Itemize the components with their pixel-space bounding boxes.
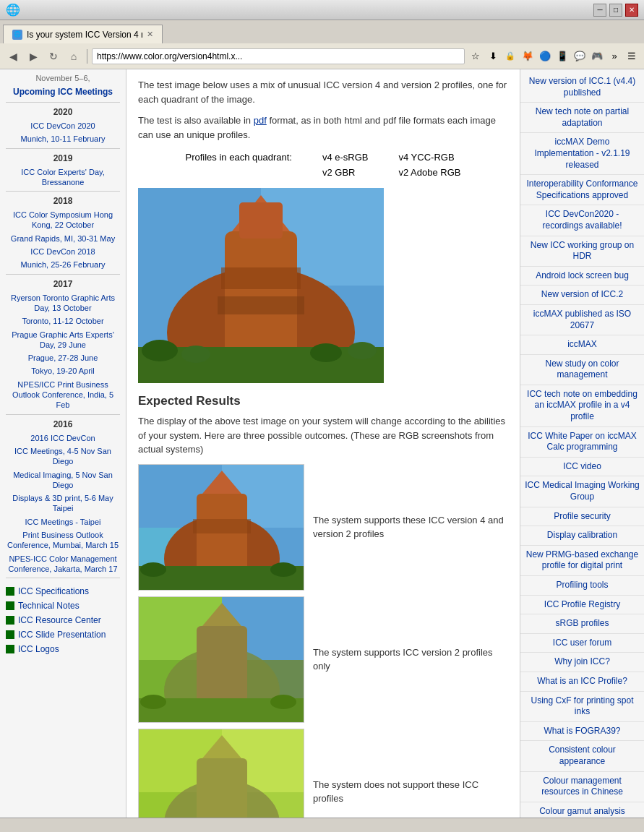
back-button[interactable]: ◀ (4, 48, 22, 65)
active-tab[interactable]: 🌐 Is your system ICC Version 4 read... ✕ (3, 25, 163, 43)
extension-icon-5[interactable]: 💬 (572, 48, 588, 64)
main-test-image (138, 188, 508, 385)
right-link-tech-note-partial[interactable]: New tech note on partial adaptation (520, 103, 644, 133)
event-ryerson[interactable]: Ryerson Toronto Graphic Arts Day, 13 Oct… (0, 291, 126, 315)
home-button[interactable]: ⌂ (65, 48, 82, 65)
intro-paragraph-1: The test image below uses a mix of unusu… (138, 78, 508, 106)
event-devcon-2018[interactable]: ICC DevCon 2018 (0, 245, 126, 258)
right-link-user-forum[interactable]: ICC user forum (520, 634, 644, 653)
extension-icon-4[interactable]: 📱 (554, 48, 570, 64)
download-icon[interactable]: ⬇ (485, 48, 501, 64)
svg-rect-41 (197, 758, 247, 818)
right-link-profile-registry[interactable]: ICC Profile Registry (520, 596, 644, 615)
event-toronto[interactable]: Toronto, 11-12 October (0, 314, 126, 327)
right-link-tech-note-embed[interactable]: ICC tech note on embedding an iccMAX pro… (520, 385, 644, 427)
event-icc-sandiego[interactable]: ICC Meetings, 4-5 Nov San Diego (0, 445, 126, 468)
profile-v2-gbr: v2 GBR (308, 166, 383, 179)
year-2017: 2017 (0, 277, 126, 291)
tab-bar: 🌐 Is your system ICC Version 4 read... ✕ (0, 20, 644, 43)
right-link-colour-appearance[interactable]: Consistent colour appearance (520, 741, 644, 771)
right-link-srgb[interactable]: sRGB profiles (520, 614, 644, 634)
event-medical-sandiego[interactable]: Medical Imaging, 5 Nov San Diego (0, 468, 126, 492)
icc-logos-link[interactable]: ICC Logos (0, 642, 126, 656)
right-link-white-paper[interactable]: ICC White Paper on iccMAX Calc programmi… (520, 427, 644, 458)
right-link-why-join[interactable]: Why join ICC? (520, 653, 644, 672)
event-icc-color-experts-2019[interactable]: ICC Color Experts' Day, Bressanone (0, 166, 126, 189)
maximize-button[interactable]: □ (609, 4, 622, 17)
extension-icon-6[interactable]: 🎮 (589, 48, 605, 64)
event-print-mumbai[interactable]: Print Business Outlook Conference, Mumba… (0, 528, 126, 552)
profiles-label: Profiles in each quadrant: (171, 150, 306, 164)
icc-specifications-link[interactable]: ICC Specifications (0, 584, 126, 599)
right-link-profile-security[interactable]: Profile security (520, 507, 644, 527)
svg-point-13 (310, 343, 342, 362)
right-link-display-calibration[interactable]: Display calibration (520, 526, 644, 546)
technical-notes-link[interactable]: Technical Notes (0, 599, 126, 613)
event-iccdevcon2020[interactable]: ICC DevCon 2020 (0, 119, 126, 132)
status-bar (0, 818, 644, 832)
right-link-iccmax-demo[interactable]: iccMAX Demo Implementation - v2.1.19 rel… (520, 133, 644, 175)
pdf-link[interactable]: pdf (254, 115, 267, 126)
window-icon: 🌐 (6, 3, 20, 17)
icc-resource-center-link[interactable]: ICC Resource Center (0, 613, 126, 627)
right-link-profiling-tools[interactable]: Profiling tools (520, 576, 644, 596)
event-munich-2018[interactable]: Munich, 25-26 February (0, 258, 126, 271)
right-link-study-color[interactable]: New study on color management (520, 355, 644, 385)
result-image-3 (138, 729, 304, 818)
event-npes-india[interactable]: NPES/ICC Print Business Outlook Conferen… (0, 378, 126, 412)
reload-button[interactable]: ↻ (45, 48, 62, 65)
right-link-gamut-analysis[interactable]: Colour gamut analysis (520, 802, 644, 818)
event-symposium-hk[interactable]: ICC Color Symposium Hong Kong, 22 Octobe… (0, 208, 126, 232)
event-prague[interactable]: Prague, 27-28 June (0, 351, 126, 364)
upcoming-meetings-title[interactable]: Upcoming ICC Meetings (0, 84, 126, 100)
right-link-what-is-profile[interactable]: What is an ICC Profile? (520, 672, 644, 692)
svg-rect-22 (193, 519, 251, 533)
menu-button[interactable]: ☰ (624, 48, 640, 64)
event-devcon-2016[interactable]: 2016 ICC DevCon (0, 432, 126, 445)
result-caption-1: The system supports these ICC version 4 … (313, 513, 508, 541)
event-grand-rapids[interactable]: Grand Rapids, MI, 30-31 May (0, 232, 126, 245)
close-button[interactable]: ✕ (625, 4, 638, 17)
intro-paragraph-2: The test is also available in pdf format… (138, 113, 508, 142)
right-link-fogra39[interactable]: What is FOGRA39? (520, 722, 644, 742)
event-icc-taipei[interactable]: ICC Meetings - Taipei (0, 515, 126, 528)
right-link-prmg[interactable]: New PRMG-based exchange profile for digi… (520, 546, 644, 576)
svg-point-14 (348, 342, 377, 359)
event-npes-jakarta[interactable]: NPES-ICC Color Management Conference, Ja… (0, 552, 126, 576)
right-link-iccmax-iso[interactable]: iccMAX published as ISO 20677 (520, 305, 644, 335)
right-link-interop[interactable]: Interoperability Conformance Specificati… (520, 175, 644, 205)
tab-favicon: 🌐 (12, 30, 22, 40)
minimize-button[interactable]: ─ (593, 4, 606, 17)
right-link-iccmax[interactable]: iccMAX (520, 335, 644, 355)
address-input[interactable] (92, 48, 465, 64)
right-link-icc1-v44[interactable]: New version of ICC.1 (v4.4) published (520, 72, 644, 103)
bookmark-icon[interactable]: ☆ (468, 48, 484, 64)
right-link-cxf[interactable]: Using CxF for printing spot inks (520, 692, 644, 722)
right-link-android-bug[interactable]: Android lock screen bug (520, 267, 644, 286)
extension-icon-3[interactable]: 🔵 (537, 48, 553, 64)
right-link-icc-video[interactable]: ICC video (520, 458, 644, 477)
right-link-medical-wg[interactable]: ICC Medical Imaging Working Group (520, 476, 644, 507)
profile-v4-yccrgb: v4 YCC-RGB (385, 150, 476, 164)
resource-center-icon (6, 616, 14, 625)
right-link-colour-chinese[interactable]: Colour management resources in Chinese (520, 772, 644, 802)
extension-icon-2[interactable]: 🦊 (520, 48, 536, 64)
result3-svg (139, 729, 304, 818)
right-link-devcon2020[interactable]: ICC DevCon2020 - recordings available! (520, 205, 644, 236)
extension-icon-1[interactable]: 🔒 (502, 48, 518, 64)
more-tools-button[interactable]: » (606, 48, 622, 64)
icc-slide-presentation-link[interactable]: ICC Slide Presentation (0, 627, 126, 642)
right-link-wg-hdr[interactable]: New ICC working group on HDR (520, 236, 644, 267)
event-displays-taipei[interactable]: Displays & 3D print, 5-6 May Taipei (0, 492, 126, 515)
event-munich-2020[interactable]: Munich, 10-11 February (0, 132, 126, 145)
result2-svg (139, 597, 304, 723)
tab-close-button[interactable]: ✕ (147, 30, 153, 39)
event-tokyo[interactable]: Tokyo, 19-20 April (0, 364, 126, 377)
forward-button[interactable]: ▶ (25, 48, 42, 65)
result-caption-2: The system supports ICC version 2 profil… (313, 646, 508, 674)
right-link-icc2[interactable]: New version of ICC.2 (520, 286, 644, 305)
expected-results-heading: Expected Results (138, 394, 508, 408)
svg-rect-5 (225, 231, 297, 354)
event-prague-experts[interactable]: Prague Graphic Arts Experts' Day, 29 Jun… (0, 328, 126, 352)
tech-notes-icon (6, 601, 14, 610)
